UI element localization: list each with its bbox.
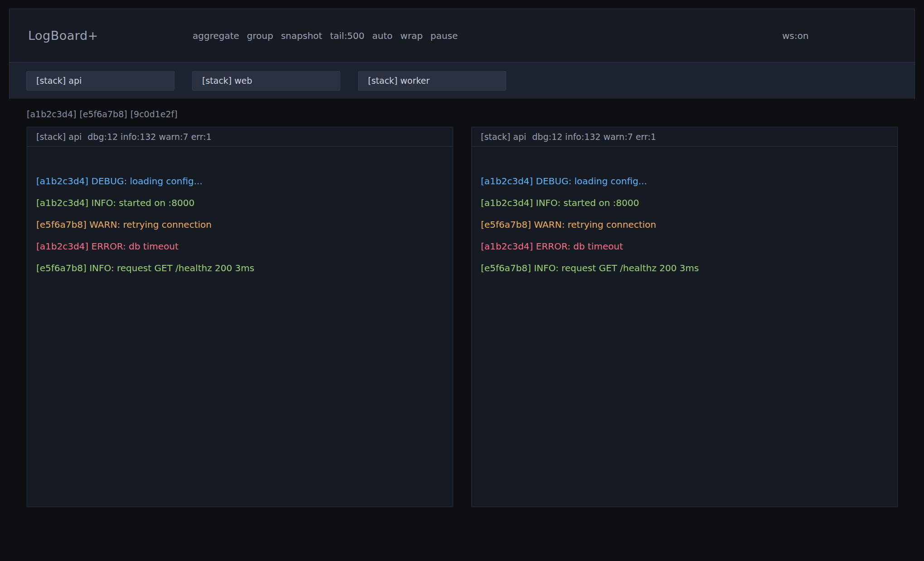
log-line: [e5f6a7b8] INFO: request GET /healthz 20… — [481, 257, 888, 279]
log-body[interactable]: [a1b2c3d4] DEBUG: loading config... [a1b… — [27, 147, 453, 302]
log-line: [a1b2c3d4] ERROR: db timeout — [481, 235, 888, 257]
stack-tab-worker[interactable]: [stack] worker — [358, 71, 506, 91]
toolbar: aggregate group snapshot tail:500 auto w… — [193, 9, 458, 62]
app-title: LogBoard+ — [28, 9, 98, 62]
menu-item-tail[interactable]: tail:500 — [330, 30, 364, 41]
trace-chip[interactable]: [9c0d1e2f] — [131, 109, 178, 119]
menu-item-snapshot[interactable]: snapshot — [281, 30, 322, 41]
log-panel-header: [stack] api dbg:12 info:132 warn:7 err:1 — [27, 127, 453, 147]
log-line: [a1b2c3d4] ERROR: db timeout — [36, 235, 444, 257]
menu-item-pause[interactable]: pause — [431, 30, 458, 41]
header-title-row: LogBoard+ aggregate group snapshot tail:… — [10, 9, 914, 62]
log-line: [e5f6a7b8] WARN: retrying connection — [36, 214, 444, 235]
log-line: [a1b2c3d4] INFO: started on :8000 — [36, 192, 444, 214]
header-card: LogBoard+ aggregate group snapshot tail:… — [9, 9, 915, 99]
trace-chip[interactable]: [a1b2c3d4] — [27, 109, 76, 119]
stack-tab-api[interactable]: [stack] api — [26, 71, 174, 91]
logboard-app: LogBoard+ aggregate group snapshot tail:… — [0, 0, 924, 561]
log-panel-left: [stack] api dbg:12 info:132 warn:7 err:1… — [27, 127, 453, 507]
log-body[interactable]: [a1b2c3d4] DEBUG: loading config... [a1b… — [472, 147, 897, 302]
log-line: [e5f6a7b8] WARN: retrying connection — [481, 214, 888, 235]
log-line: [a1b2c3d4] DEBUG: loading config... — [481, 170, 888, 192]
panel-stack-label: [stack] api — [481, 132, 526, 142]
panel-level-stats: dbg:12 info:132 warn:7 err:1 — [87, 132, 212, 142]
trace-id-line: [a1b2c3d4] [e5f6a7b8] [9c0d1e2f] — [27, 109, 178, 119]
menu-item-aggregate[interactable]: aggregate — [193, 30, 239, 41]
log-line: [a1b2c3d4] DEBUG: loading config... — [36, 170, 444, 192]
stack-tab-web[interactable]: [stack] web — [192, 71, 340, 91]
log-panel-right: [stack] api dbg:12 info:132 warn:7 err:1… — [471, 127, 898, 507]
menu-item-wrap[interactable]: wrap — [400, 30, 423, 41]
log-line: [e5f6a7b8] INFO: request GET /healthz 20… — [36, 257, 444, 279]
panel-stack-label: [stack] api — [36, 132, 82, 142]
stack-tabs-row: [stack] api [stack] web [stack] worker — [10, 62, 914, 99]
trace-chip[interactable]: [e5f6a7b8] — [79, 109, 127, 119]
log-line: [a1b2c3d4] INFO: started on :8000 — [481, 192, 888, 214]
panel-level-stats: dbg:12 info:132 warn:7 err:1 — [532, 132, 656, 142]
ws-status-badge: ws:on — [782, 9, 808, 62]
menu-item-group[interactable]: group — [247, 30, 273, 41]
log-panel-header: [stack] api dbg:12 info:132 warn:7 err:1 — [472, 127, 897, 147]
menu-item-auto[interactable]: auto — [372, 30, 392, 41]
